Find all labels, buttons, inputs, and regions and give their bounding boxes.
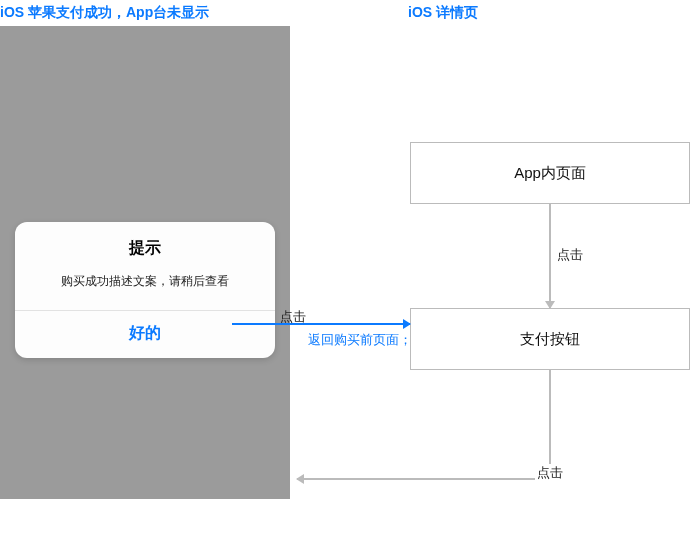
alert-ok-button[interactable]: 好的 xyxy=(15,311,275,358)
arrow-pay-down xyxy=(549,370,551,478)
flow-box-pay-button: 支付按钮 xyxy=(410,308,690,370)
label-click-horiz: 点击 xyxy=(280,308,306,326)
left-phone-panel: 提示 购买成功描述文案，请稍后查看 好的 xyxy=(0,26,290,499)
label-click-2: 点击 xyxy=(535,464,565,482)
arrow-back-to-left xyxy=(297,478,551,480)
flow-box-app-page-label: App内页面 xyxy=(514,164,586,183)
label-return-page: 返回购买前页面； xyxy=(308,331,412,349)
heading-left: iOS 苹果支付成功，App台未显示 xyxy=(0,4,209,22)
flow-box-pay-button-label: 支付按钮 xyxy=(520,330,580,349)
heading-right: iOS 详情页 xyxy=(408,4,478,22)
flow-box-app-page: App内页面 xyxy=(410,142,690,204)
label-click-1: 点击 xyxy=(557,246,583,264)
ios-alert-dialog: 提示 购买成功描述文案，请稍后查看 好的 xyxy=(15,222,275,358)
alert-title: 提示 xyxy=(15,222,275,259)
alert-body-text: 购买成功描述文案，请稍后查看 xyxy=(15,259,275,310)
arrow-alert-to-paybox xyxy=(232,323,410,325)
arrow-app-to-pay xyxy=(549,204,551,308)
